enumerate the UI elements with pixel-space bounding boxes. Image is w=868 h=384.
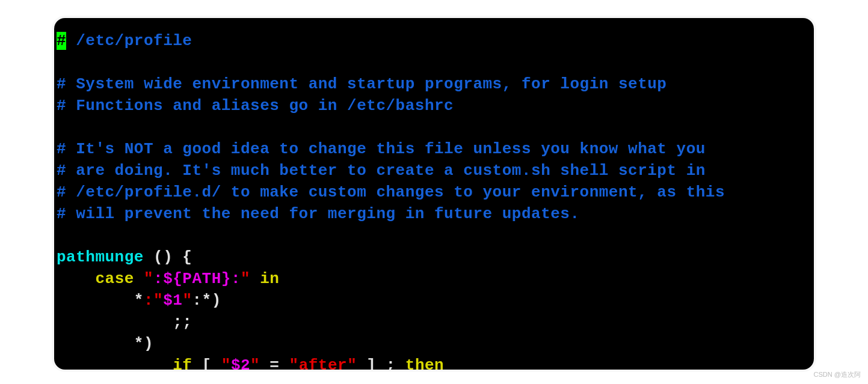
code-line-pattern: *:"$1":*) [57,290,814,311]
code-line-comment: # It's NOT a good idea to change this fi… [57,138,814,160]
code-line-case: case ":${PATH}:" in [57,268,814,290]
code-line-pattern: *) [57,333,814,355]
code-line-if: if [ "$2" = "after" ] ; then [57,355,814,370]
code-line-comment: # are doing. It's much better to create … [57,160,814,181]
terminal-window[interactable]: # /etc/profile # System wide environment… [54,18,814,370]
watermark-text: CSDN @造次阿 [814,370,861,379]
code-line-comment: # /etc/profile.d/ to make custom changes… [57,181,814,203]
cursor: # [57,32,66,50]
blank-line [57,117,814,138]
blank-line [57,52,814,73]
code-line-comment: # Functions and aliases go in /etc/bashr… [57,95,814,117]
code-line-dsemi: ;; [57,311,814,333]
blank-line [57,225,814,246]
code-line-comment: # will prevent the need for merging in f… [57,203,814,225]
code-line-1: # /etc/profile [57,30,814,52]
code-line-comment: # System wide environment and startup pr… [57,73,814,95]
code-line-fn: pathmunge () { [57,246,814,268]
